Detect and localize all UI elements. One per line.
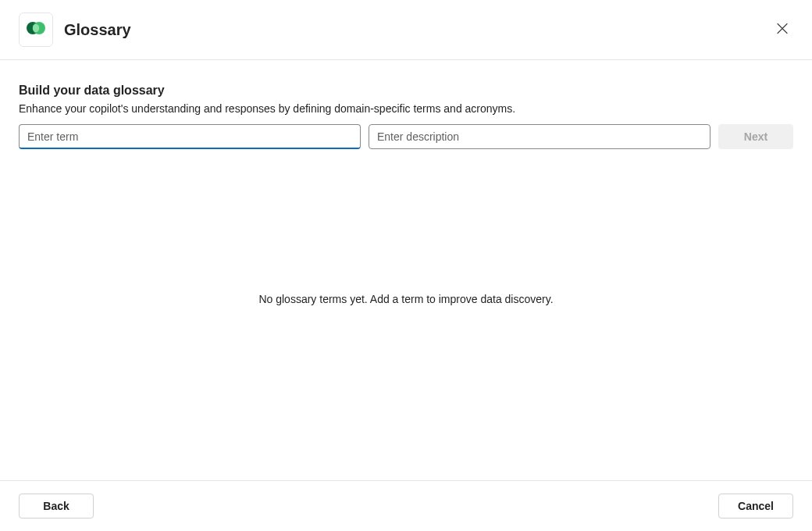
app-icon-box [19,12,53,47]
empty-state: No glossary terms yet. Add a term to imp… [19,149,793,480]
dialog-footer: Back Cancel [0,480,812,531]
close-icon [776,23,789,37]
dialog-body: Build your data glossary Enhance your co… [0,60,812,480]
dialog-title: Glossary [64,21,131,39]
close-button[interactable] [771,18,793,42]
dataverse-icon [26,20,46,39]
description-input[interactable] [369,124,710,149]
next-button[interactable]: Next [718,124,793,149]
empty-state-text: No glossary terms yet. Add a term to imp… [258,293,553,305]
back-button[interactable]: Back [19,494,94,519]
svg-point-2 [33,24,39,32]
term-input[interactable] [19,124,361,149]
cancel-button[interactable]: Cancel [718,494,793,519]
input-row: Next [19,124,793,149]
dialog-header: Glossary [0,0,812,60]
section-heading: Build your data glossary [19,84,793,98]
section-subheading: Enhance your copilot's understanding and… [19,102,793,115]
